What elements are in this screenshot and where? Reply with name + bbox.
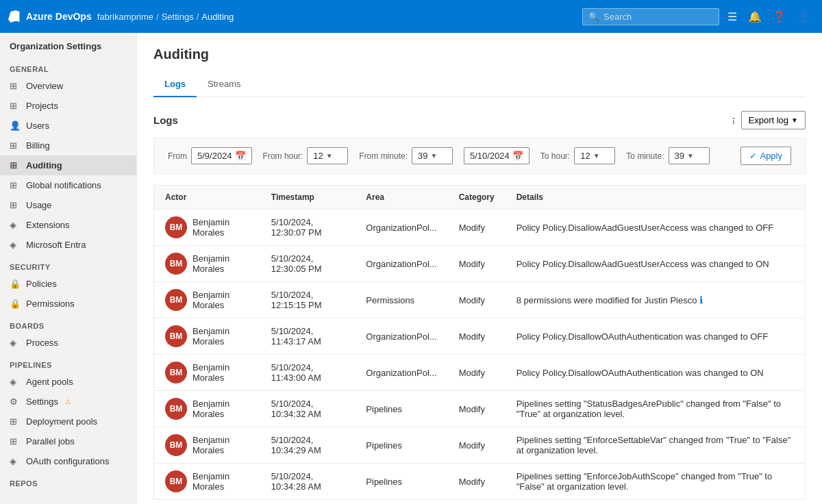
deployment-pools-icon: ⊞ (10, 416, 21, 427)
col-category: Category (448, 186, 506, 210)
area-cell-6: Pipelines (355, 427, 447, 464)
to-minute-chevron-icon: ▼ (687, 152, 694, 160)
sidebar-item-overview[interactable]: ⊞ Overview (0, 76, 136, 96)
filter-icon[interactable]: ⫶ (731, 115, 736, 126)
sidebar-item-process[interactable]: ◈ Process (0, 333, 136, 353)
table-row[interactable]: BM Benjamin Morales 5/10/2024, 10:34:29 … (154, 427, 805, 464)
breadcrumb-org[interactable]: fabrikamprime (97, 12, 153, 22)
sidebar-item-users[interactable]: 👤 Users (0, 116, 136, 136)
search-input[interactable] (603, 12, 713, 22)
table-row[interactable]: BM Benjamin Morales 5/10/2024, 11:43:00 … (154, 355, 805, 391)
sidebar-item-parallel-jobs[interactable]: ⊞ Parallel jobs (0, 431, 136, 451)
sidebar-item-deployment-pools[interactable]: ⊞ Deployment pools (0, 412, 136, 431)
to-date-picker[interactable]: 5/10/2024 📅 (464, 147, 530, 164)
timestamp-cell-5: 5/10/2024, 10:34:32 AM (260, 391, 356, 427)
table-row[interactable]: BM Benjamin Morales 5/10/2024, 12:15:15 … (154, 282, 805, 318)
area-cell-0: OrganizationPol... (355, 210, 447, 246)
actor-name-6: Benjamin Morales (192, 435, 249, 455)
from-hour-dropdown[interactable]: 12 ▼ (307, 147, 348, 164)
filter-to-hour-group: To hour: 12 ▼ (540, 147, 615, 164)
info-icon-2[interactable]: ℹ (699, 294, 703, 305)
microsoft-entra-icon: ◈ (10, 240, 21, 250)
from-minute-chevron-icon: ▼ (430, 152, 437, 160)
logo[interactable]: Azure DevOps (8, 10, 92, 23)
tab-streams[interactable]: Streams (197, 73, 251, 97)
logs-title: Logs (153, 114, 178, 126)
user-icon[interactable]: 👤 (795, 8, 814, 26)
category-cell-5: Modify (448, 391, 506, 427)
table-row[interactable]: BM Benjamin Morales 5/10/2024, 10:34:32 … (154, 391, 805, 427)
sidebar-item-extensions[interactable]: ◈ Extensions (0, 215, 136, 235)
sidebar-item-label: Auditing (26, 160, 62, 171)
sidebar-item-billing[interactable]: ⊞ Billing (0, 136, 136, 155)
filter-bar: From 5/9/2024 📅 From hour: 12 ▼ From min… (153, 138, 806, 174)
to-hour-chevron-icon: ▼ (593, 152, 600, 160)
sidebar-item-usage[interactable]: ⊞ Usage (0, 195, 136, 215)
to-minute-dropdown[interactable]: 39 ▼ (669, 147, 710, 164)
logs-table-container: Actor Timestamp Area Category Details BM… (153, 185, 806, 500)
sidebar-item-label: Settings (26, 396, 58, 407)
to-hour-label: To hour: (540, 151, 570, 161)
actor-name-3: Benjamin Morales (192, 326, 249, 346)
to-calendar-icon: 📅 (512, 151, 523, 161)
actor-cell-4: BM Benjamin Morales (154, 355, 260, 391)
area-cell-1: OrganizationPol... (355, 246, 447, 282)
apply-check-icon: ✓ (749, 151, 757, 161)
from-date-picker[interactable]: 5/9/2024 📅 (191, 147, 252, 164)
actor-name-1: Benjamin Morales (192, 253, 249, 274)
sidebar-item-permissions[interactable]: 🔒 Permissions (0, 294, 136, 314)
sidebar-item-projects[interactable]: ⊞ Projects (0, 96, 136, 116)
from-minute-dropdown[interactable]: 39 ▼ (412, 147, 453, 164)
details-cell-1: Policy Policy.DisallowAadGuestUserAccess… (506, 246, 805, 282)
breadcrumb-settings[interactable]: Settings (162, 12, 194, 22)
sidebar-item-label: Microsoft Entra (26, 240, 86, 250)
to-minute-value: 39 (675, 151, 684, 161)
settings-icon: ⚙ (10, 396, 21, 407)
actor-name-4: Benjamin Morales (192, 362, 249, 383)
to-hour-dropdown[interactable]: 12 ▼ (574, 147, 615, 164)
sidebar-item-global-notifications[interactable]: ⊞ Global notifications (0, 175, 136, 195)
section-label-repos: Repos (0, 471, 136, 490)
search-box[interactable]: 🔍 (582, 8, 719, 25)
notifications-icon[interactable]: 🔔 (745, 8, 764, 26)
tabs: Logs Streams (153, 73, 806, 97)
azure-devops-logo-icon (8, 10, 22, 23)
sidebar-item-agent-pools[interactable]: ◈ Agent pools (0, 372, 136, 392)
sidebar-item-auditing[interactable]: ⊞ Auditing (0, 155, 136, 175)
apply-button[interactable]: ✓ Apply (740, 147, 791, 165)
sidebar-item-settings[interactable]: ⚙ Settings ⚠ (0, 392, 136, 412)
sidebar-item-microsoft-entra[interactable]: ◈ Microsoft Entra (0, 235, 136, 255)
actor-cell-7: BM Benjamin Morales (154, 464, 260, 500)
topnav-right: 🔍 ☰ 🔔 ❓ 👤 (582, 8, 814, 26)
filter-from-hour-group: From hour: 12 ▼ (263, 147, 349, 164)
avatar-3: BM (165, 325, 187, 347)
export-log-button[interactable]: Export log ▼ (741, 111, 806, 129)
billing-icon: ⊞ (10, 140, 21, 151)
sidebar: Organization Settings General ⊞ Overview… (0, 33, 137, 504)
logs-table: Actor Timestamp Area Category Details BM… (154, 186, 805, 499)
avatar-1: BM (165, 253, 187, 275)
table-row[interactable]: BM Benjamin Morales 5/10/2024, 10:34:28 … (154, 464, 805, 500)
overview-icon: ⊞ (10, 81, 21, 91)
timestamp-cell-0: 5/10/2024, 12:30:07 PM (260, 210, 356, 246)
from-hour-value: 12 (313, 151, 323, 161)
from-hour-chevron-icon: ▼ (326, 152, 333, 160)
tab-logs[interactable]: Logs (153, 73, 197, 97)
table-row[interactable]: BM Benjamin Morales 5/10/2024, 12:30:05 … (154, 246, 805, 282)
area-cell-4: OrganizationPol... (355, 355, 447, 391)
actor-cell-6: BM Benjamin Morales (154, 427, 260, 464)
section-label-security: Security (0, 255, 136, 274)
sidebar-item-oauth-configurations[interactable]: ◈ OAuth configurations (0, 451, 136, 471)
col-area: Area (355, 186, 447, 210)
table-row[interactable]: BM Benjamin Morales 5/10/2024, 12:30:07 … (154, 210, 805, 246)
to-minute-label: To minute: (626, 151, 664, 161)
sidebar-item-policies[interactable]: 🔒 Policies (0, 274, 136, 294)
area-cell-2: Permissions (355, 282, 447, 318)
table-row[interactable]: BM Benjamin Morales 5/10/2024, 11:43:17 … (154, 318, 805, 355)
list-icon[interactable]: ☰ (725, 8, 740, 26)
help-icon[interactable]: ❓ (770, 8, 789, 26)
layout: Organization Settings General ⊞ Overview… (0, 33, 822, 504)
details-cell-5: Pipelines setting "StatusBadgesArePublic… (506, 391, 805, 427)
sidebar-item-label: Permissions (26, 299, 75, 309)
agent-pools-icon: ◈ (10, 377, 21, 387)
